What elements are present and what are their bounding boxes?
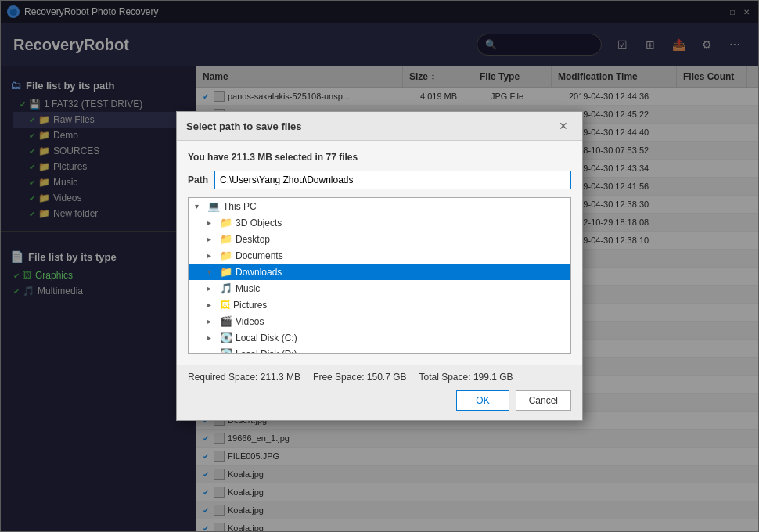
dialog-overlay: Select path to save files ✕ You have 211… [0,0,759,532]
folder-label: 3D Objects [236,217,282,228]
expand-icon[interactable]: ▸ [207,350,217,354]
path-row: Path [188,171,571,189]
dialog-title: Select path to save files [186,120,301,132]
folder-tree-item[interactable]: ▸ 🎬 Videos [189,313,570,329]
folder-tree-item[interactable]: ▸ 📁 3D Objects [189,214,570,231]
expand-icon[interactable]: ▸ [207,284,217,293]
dialog-info: You have 211.3 MB selected in 77 files [188,152,571,163]
folder-icon: 📁 [220,250,232,261]
folder-label: Documents [236,250,283,261]
expand-icon[interactable]: ▸ [207,317,217,325]
dialog-footer: Required Space: 211.3 MB Free Space: 150… [177,365,582,420]
folder-label: Videos [236,316,264,327]
folder-icon: 💽 [220,348,232,354]
folder-tree-item[interactable]: ▸ 🎵 Music [189,280,570,297]
dialog-body: You have 211.3 MB selected in 77 files P… [177,141,582,365]
space-info: Required Space: 211.3 MB Free Space: 150… [188,372,571,383]
ok-button[interactable]: OK [456,390,509,411]
expand-icon[interactable]: ▸ [207,251,217,260]
folder-label: Downloads [236,267,282,278]
expand-icon[interactable]: ▸ [207,333,217,342]
save-dialog: Select path to save files ✕ You have 211… [176,111,583,421]
folder-tree-panel[interactable]: ▾ 💻 This PC ▸ 📁 3D Objects ▸ 📁 Desktop ▸… [188,197,571,354]
folder-icon: 💽 [220,332,232,343]
dialog-buttons: OK Cancel [188,390,571,411]
folder-tree-item[interactable]: ▸ 📁 Desktop [189,231,570,247]
folder-tree-item[interactable]: ▸ 🖼 Pictures [189,297,570,313]
folder-icon: 📁 [220,266,232,278]
folder-tree-item[interactable]: ▸ 💽 Local Disk (C:) [189,329,570,346]
free-space: Free Space: 150.7 GB [313,372,406,383]
folder-label: Local Disk (C:) [236,332,297,343]
required-space: Required Space: 211.3 MB [188,372,300,383]
folder-tree-item[interactable]: ▾ 💻 This PC [189,198,570,214]
path-input[interactable] [214,171,571,189]
expand-icon[interactable]: ▸ [207,218,217,227]
folder-icon: 📁 [220,233,232,245]
dialog-close-button[interactable]: ✕ [554,118,573,134]
expand-icon[interactable]: ▾ [195,202,204,210]
folder-icon: 📁 [220,217,232,228]
total-space: Total Space: 199.1 GB [419,372,513,383]
folder-label: Local Disk (D:) [236,349,297,354]
expand-icon[interactable]: ▸ [207,235,217,243]
folder-icon: 💻 [207,200,220,212]
folder-tree-item[interactable]: ▸ 💽 Local Disk (D:) [189,346,570,354]
folder-label: This PC [223,201,257,212]
folder-label: Pictures [233,300,267,311]
expand-icon[interactable]: ▾ [207,268,217,276]
dialog-titlebar: Select path to save files ✕ [177,112,582,141]
cancel-button[interactable]: Cancel [516,390,571,411]
folder-icon: 🎵 [220,282,232,294]
path-label: Path [188,174,208,185]
folder-label: Music [236,283,260,294]
folder-tree-item[interactable]: ▸ 📁 Documents [189,247,570,264]
expand-icon[interactable]: ▸ [207,300,217,309]
folder-icon: 🎬 [220,315,232,327]
folder-tree-item[interactable]: ▾ 📁 Downloads [189,264,570,280]
folder-icon: 🖼 [220,299,230,311]
folder-label: Desktop [236,234,270,245]
